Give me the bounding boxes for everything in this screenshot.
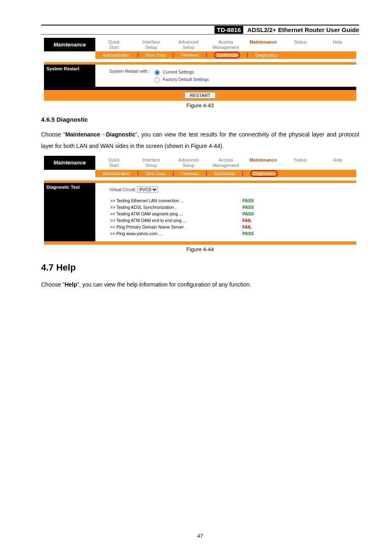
subnav-diagnostics[interactable]: Diagnostics bbox=[247, 53, 285, 58]
radio-current-settings[interactable] bbox=[154, 70, 160, 75]
tab-access-management[interactable]: AccessManagement bbox=[207, 38, 244, 51]
main-tabs: QuickStart InterfaceSetup AdvancedSetup … bbox=[95, 156, 356, 169]
table-row: >> Ping www.yahoo.com ...PASS bbox=[110, 231, 366, 236]
tab-maintenance[interactable]: Maintenance bbox=[244, 156, 282, 169]
virtual-circuit-label: Virtual Circuit: bbox=[109, 187, 136, 192]
table-row: >> Testing ATM OAM end to end ping ...FA… bbox=[110, 217, 366, 223]
page-number: 47 bbox=[41, 533, 359, 539]
radio-factory-default[interactable] bbox=[154, 77, 160, 83]
diagnostic-results-table: >> Testing Ethernet LAN connection ...PA… bbox=[109, 197, 367, 237]
figure-4-43-caption: Figure 4-43 bbox=[41, 102, 359, 109]
tab-interface-setup[interactable]: InterfaceSetup bbox=[133, 38, 170, 51]
subnav-time-zone[interactable]: Time Zone bbox=[138, 53, 173, 58]
tab-help[interactable]: Help bbox=[319, 156, 356, 169]
tab-status[interactable]: Status bbox=[282, 38, 319, 51]
restart-with-label: System Restart with : bbox=[109, 69, 150, 83]
tab-maintenance[interactable]: Maintenance bbox=[244, 38, 282, 51]
tab-quick-start[interactable]: QuickStart bbox=[95, 156, 133, 169]
main-tabs: QuickStart InterfaceSetup AdvancedSetup … bbox=[95, 38, 356, 51]
radio-factory-default-label: Factory Default Settings bbox=[163, 77, 209, 82]
heading-4-7: 4.7 Help bbox=[41, 262, 359, 273]
tab-advanced-setup[interactable]: AdvancedSetup bbox=[170, 156, 207, 169]
virtual-circuit-select[interactable]: PVC0 bbox=[137, 186, 158, 193]
button-row: RESTART bbox=[44, 90, 356, 101]
radio-current-settings-label: Current Settings bbox=[163, 69, 194, 74]
table-row: >> Testing ADSL Synchronization .PASS bbox=[110, 204, 366, 210]
arrow-icon: → bbox=[100, 131, 106, 138]
table-row: >> Ping Primary Domain Name Server .FAIL bbox=[110, 224, 366, 230]
tab-advanced-setup[interactable]: AdvancedSetup bbox=[170, 38, 207, 51]
figure-4-44-caption: Figure 4-44 bbox=[41, 246, 359, 252]
subnav: Administration Time Zone Firmware SysRes… bbox=[95, 170, 356, 177]
figure-4-44: Maintenance QuickStart InterfaceSetup Ad… bbox=[44, 156, 356, 244]
doc-header: TD-8816 ADSL2/2+ Ethernet Router User Gu… bbox=[41, 25, 359, 35]
tab-status[interactable]: Status bbox=[282, 156, 319, 169]
subnav-firmware[interactable]: Firmware bbox=[173, 53, 206, 58]
side-title: Maintenance bbox=[44, 156, 95, 169]
subnav-time-zone[interactable]: Time Zone bbox=[138, 171, 173, 176]
subnav: Administration Time Zone Firmware SysRes… bbox=[95, 51, 356, 59]
model-badge: TD-8816 bbox=[214, 26, 243, 34]
para-4-7: Choose "Help", you can view the help inf… bbox=[41, 279, 359, 290]
tab-access-management[interactable]: AccessManagement bbox=[207, 156, 244, 169]
tab-quick-start[interactable]: QuickStart bbox=[95, 38, 133, 51]
table-row: >> Testing Ethernet LAN connection ...PA… bbox=[110, 198, 366, 204]
tab-interface-setup[interactable]: InterfaceSetup bbox=[133, 156, 170, 169]
figure-4-43: Maintenance QuickStart InterfaceSetup Ad… bbox=[44, 38, 356, 101]
subnav-diagnostics[interactable]: Diagnostics bbox=[242, 171, 285, 176]
product-title: ADSL2/2+ Ethernet Router User Guide bbox=[245, 26, 359, 33]
para-4-6-5: Choose "Maintenance→Diagnostic", you can… bbox=[41, 129, 359, 152]
table-row: >> Testing ATM OAM segment ping ...PASS bbox=[110, 211, 366, 217]
subnav-firmware[interactable]: Firmware bbox=[173, 171, 206, 176]
subnav-administration[interactable]: Administration bbox=[95, 53, 138, 58]
heading-4-6-5: 4.6.5 Diagnostic bbox=[41, 116, 359, 123]
tab-help[interactable]: Help bbox=[319, 38, 356, 51]
panel-label-diagnostic-test: Diagnostic Test bbox=[44, 183, 95, 241]
restart-button[interactable]: RESTART bbox=[184, 92, 216, 99]
subnav-sysrestart[interactable]: SysRestart bbox=[206, 171, 242, 176]
subnav-administration[interactable]: Administration bbox=[95, 171, 138, 176]
panel-label-system-restart: System Restart bbox=[44, 65, 95, 87]
side-title: Maintenance bbox=[44, 38, 95, 51]
subnav-sysrestart[interactable]: SysRestart bbox=[206, 53, 247, 58]
